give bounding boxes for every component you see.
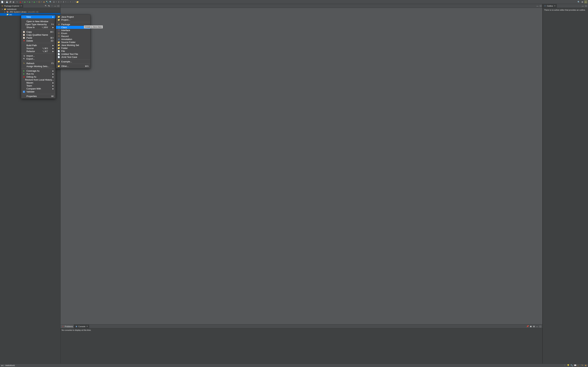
package-explorer-view-menu-button[interactable]: ⋮	[51, 5, 53, 7]
new-java-project[interactable]: 📁Java Project	[56, 15, 90, 18]
ctx-import[interactable]: ⇲Import...	[21, 54, 55, 57]
console-open-console-button[interactable]: ▤	[533, 325, 535, 328]
ctx-export[interactable]: ⇱Export...	[21, 57, 55, 60]
new-project[interactable]: 📁Project...	[56, 18, 90, 21]
ctx-delete[interactable]: ✖Delete⌦	[21, 39, 55, 42]
editor-minimize-button[interactable]: —	[536, 5, 539, 7]
console-minimize-button[interactable]: —	[536, 325, 538, 328]
console-pin-console-button[interactable]: 📌	[526, 325, 529, 328]
ctx-copy-qualified-name[interactable]: 📋Copy Qualified Name	[21, 33, 55, 36]
ctx-run-as[interactable]: ▶Run As▶	[21, 72, 55, 75]
coverage-button[interactable]: ▶	[28, 0, 31, 3]
close-icon[interactable]: ✕	[20, 5, 22, 7]
twisty-right-icon[interactable]: ▸	[4, 11, 6, 13]
ctx-assign-working-sets[interactable]: Assign Working Sets...	[21, 65, 55, 68]
tree-project[interactable]: ▾ 📂 HelloWorld	[0, 8, 60, 10]
ctx-build-path[interactable]: Build Path▶	[21, 44, 55, 47]
statusbar-whats-new-icon[interactable]: 🎓	[578, 364, 580, 367]
ctx-new[interactable]: New▶	[21, 15, 55, 18]
toggle-mark-dropdown[interactable]: ▾	[56, 0, 57, 3]
ctx-show-in[interactable]: Show In⌥⌘W▶	[21, 26, 55, 29]
statusbar-overview-icon[interactable]: ◉	[585, 364, 587, 367]
ctx-open-type-hierarchy[interactable]: Open Type HierarchyF4	[21, 23, 55, 26]
close-icon[interactable]: ✕	[554, 5, 555, 7]
new-java-package-button[interactable]: ⊞	[42, 0, 45, 3]
tab-problems[interactable]: ⚠Problems	[61, 325, 74, 328]
ctx-maven[interactable]: Maven▶	[21, 81, 55, 84]
new-java-class-dropdown[interactable]: ▾	[41, 0, 42, 3]
new-untitled-text-file[interactable]: 📄Untitled Text File	[56, 53, 90, 56]
outline-minimize-button[interactable]: —	[581, 5, 584, 7]
ctx-compare-with[interactable]: Compare With▶	[21, 87, 55, 90]
search-button[interactable]: 🔍	[49, 0, 52, 3]
close-icon[interactable]: ✕	[86, 325, 88, 327]
ctx-source[interactable]: Source⌥⌘S▶	[21, 47, 55, 50]
back-button[interactable]: ←	[67, 0, 70, 3]
coverage-dropdown[interactable]: ▾	[32, 0, 33, 3]
toggle-mark-button[interactable]: ☰	[52, 0, 55, 3]
package-explorer-tab[interactable]: ⊞ Package Explorer ✕	[0, 4, 23, 8]
skip-breakpoints-button[interactable]: ⤳	[15, 0, 18, 3]
forward-button[interactable]: →	[71, 0, 74, 3]
new-annotation[interactable]: @Annotation	[56, 38, 90, 41]
open-type-button[interactable]: 🔦	[46, 0, 49, 3]
prev-annotation-button[interactable]: ↥	[62, 0, 65, 3]
toggle-breadcrumb-button[interactable]: ◧	[12, 0, 15, 3]
package-explorer-minimize-button[interactable]: —	[54, 5, 57, 7]
pin-button[interactable]: 📁	[76, 0, 79, 3]
new-java-working-set[interactable]: 📁Java Working Set	[56, 44, 90, 47]
java-perspective-button[interactable]: ♨	[584, 0, 587, 3]
debug-dropdown[interactable]: ▾	[22, 0, 23, 3]
new-interface[interactable]: ⒾInterface	[56, 29, 90, 32]
ctx-validate[interactable]: Validate	[21, 90, 55, 93]
run-button[interactable]: ▶	[24, 0, 26, 3]
run-last-dropdown[interactable]: ▾	[36, 0, 37, 3]
next-annotation-button[interactable]: ↧	[57, 0, 60, 3]
console-maximize-button[interactable]: ▢	[539, 325, 542, 328]
new-source-folder[interactable]: 📁Source Folder	[56, 41, 90, 44]
new-java-class-button[interactable]: Ⓒ	[38, 0, 41, 3]
ctx-coverage-as[interactable]: ▶Coverage As▶	[21, 69, 55, 72]
quick-access-button[interactable]: 🔍	[577, 0, 580, 3]
statusbar-tutorials-icon[interactable]: 📖	[574, 364, 576, 367]
save-button[interactable]: 💾	[5, 0, 9, 3]
package-explorer-collapse-all-button[interactable]: ⇱	[44, 5, 47, 7]
debug-button[interactable]: 🐞	[19, 0, 22, 3]
ctx-debug-as[interactable]: 🐞Debug As▶	[21, 75, 55, 78]
ctx-open-in-new-window[interactable]: Open in New Window	[21, 20, 55, 23]
statusbar-samples-icon[interactable]: 🔧	[571, 364, 573, 367]
ctx-paste[interactable]: 📋Paste⌘V	[21, 36, 55, 39]
new-other[interactable]: 📁Other...⌘N	[56, 65, 90, 68]
new-enum[interactable]: ⒺEnum	[56, 32, 90, 35]
tab-console[interactable]: ▣Console✕	[74, 325, 89, 328]
new-folder[interactable]: 📁Folder	[56, 47, 90, 50]
package-explorer-link-editor-button[interactable]: ⇆	[47, 5, 50, 7]
ctx-refactor[interactable]: Refactor⌥⌘T▶	[21, 50, 55, 53]
new-wizard-dropdown[interactable]: ▾	[4, 0, 5, 3]
forward-dropdown[interactable]: ▾	[75, 0, 76, 3]
back-dropdown[interactable]: ▾	[70, 0, 71, 3]
ctx-refresh[interactable]: ↻RefreshF5	[21, 62, 55, 65]
statusbar-updates-icon[interactable]: ✎	[581, 364, 583, 367]
ctx-properties[interactable]: Properties⌘I	[21, 95, 55, 98]
open-perspective-button[interactable]: ⊞	[581, 0, 584, 3]
ctx-copy[interactable]: 📋Copy⌘C	[21, 30, 55, 33]
run-last-button[interactable]: ▶	[33, 0, 36, 3]
new-wizard-button[interactable]: 📄	[1, 0, 4, 3]
tree-jre[interactable]: ▸ 📚 JRE System Library [JavaSE-14]	[0, 10, 60, 13]
run-dropdown[interactable]: ▾	[27, 0, 28, 3]
twisty-down-icon[interactable]: ▾	[1, 8, 3, 10]
editor-maximize-button[interactable]: ▢	[539, 5, 542, 7]
outline-tab[interactable]: ☷ Outline ✕	[543, 4, 557, 8]
ctx-restore-from-local-history[interactable]: Restore from Local History...	[21, 78, 55, 81]
new-junit-test-case[interactable]: 📄JUnit Test Case	[56, 56, 90, 58]
ctx-team[interactable]: Team▶	[21, 84, 55, 87]
outline-maximize-button[interactable]: ▢	[585, 5, 587, 7]
new-example[interactable]: 📁Example...	[56, 60, 90, 63]
package-explorer-maximize-button[interactable]: ▢	[57, 5, 60, 7]
save-all-button[interactable]: 🗐	[9, 0, 12, 3]
next-annotation-dropdown[interactable]: ▾	[60, 0, 62, 3]
console-display-console-button[interactable]: ▣	[529, 325, 532, 328]
statusbar-tip-of-day-icon[interactable]: 💡	[567, 364, 570, 367]
prev-annotation-dropdown[interactable]: ▾	[65, 0, 66, 3]
